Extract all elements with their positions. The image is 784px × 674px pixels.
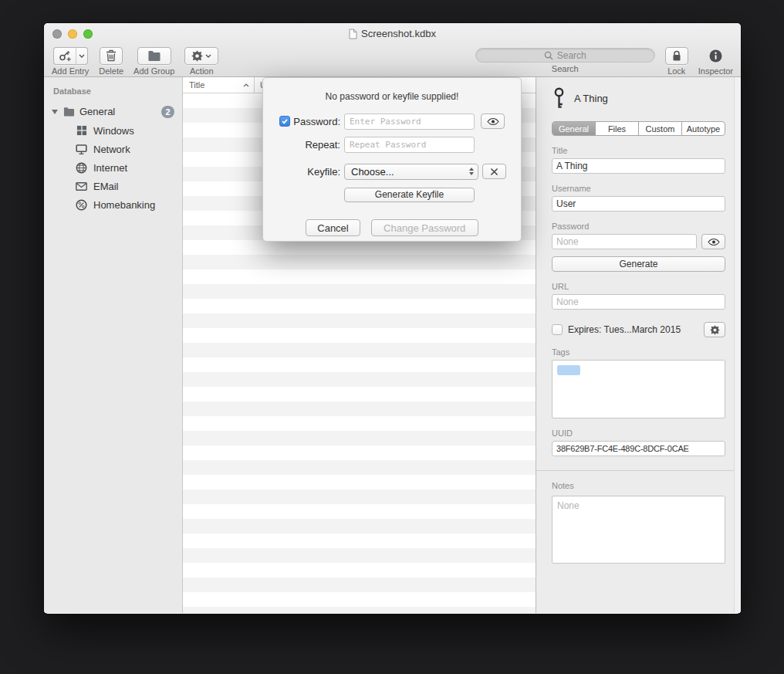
tab-files[interactable]: Files	[596, 122, 639, 135]
title-area: Screenshot.kdbx	[44, 23, 741, 44]
document-icon	[349, 29, 357, 39]
email-icon	[76, 181, 87, 192]
gear-icon	[710, 325, 720, 335]
sidebar-item-label: EMail	[93, 181, 119, 192]
password-checkbox[interactable]	[279, 116, 290, 127]
tab-custom[interactable]: Custom	[639, 122, 682, 135]
eye-icon	[487, 117, 499, 126]
add-group-button[interactable]	[137, 47, 171, 65]
add-entry-label: Add Entry	[52, 66, 89, 76]
tags-label: Tags	[552, 347, 725, 357]
password-field[interactable]	[552, 234, 697, 249]
tab-label: Custom	[646, 124, 675, 134]
inspector-label: Inspector	[698, 66, 733, 76]
desktop-background: Screenshot.kdbx	[0, 0, 784, 674]
sidebar-group-general[interactable]: General 2	[44, 102, 182, 121]
info-icon	[709, 49, 722, 63]
uuid-field[interactable]	[552, 441, 725, 456]
search-label: Search	[552, 64, 579, 73]
dialog-message: No password or keyfile supplied!	[263, 91, 521, 102]
network-icon	[76, 144, 87, 155]
sidebar: Database General 2 Windows	[44, 77, 183, 613]
tab-autotype[interactable]: Autotype	[682, 122, 725, 135]
inspector-panel: A Thing General Files Custom Autotype Ti…	[536, 77, 741, 613]
change-password-dialog: No password or keyfile supplied! Passwor…	[262, 77, 522, 242]
add-entry-button[interactable]	[53, 47, 76, 65]
tool-lock: Lock	[665, 46, 688, 76]
popup-stepper-icon	[469, 168, 475, 175]
search-placeholder: Search	[557, 50, 586, 61]
window-title: Screenshot.kdbx	[361, 28, 436, 39]
sidebar-item-email[interactable]: EMail	[44, 177, 182, 195]
disclosure-triangle-icon[interactable]	[52, 110, 58, 114]
inspector-button[interactable]	[704, 47, 727, 65]
clear-keyfile-button[interactable]	[482, 164, 506, 179]
cancel-button[interactable]: Cancel	[306, 219, 360, 236]
sidebar-item-windows[interactable]: Windows	[44, 121, 182, 140]
title-field[interactable]	[552, 158, 725, 174]
tool-inspector: Inspector	[698, 46, 733, 76]
tool-action: Action	[184, 46, 218, 76]
password-label-cell: Password:	[279, 116, 344, 127]
title-label: Title	[552, 146, 725, 155]
inspector-divider	[536, 470, 741, 471]
count-badge: 2	[161, 106, 174, 118]
add-entry-dropdown-button[interactable]	[76, 47, 88, 65]
notes-field[interactable]	[552, 496, 725, 564]
sidebar-item-network[interactable]: Network	[44, 140, 182, 158]
lock-label: Lock	[667, 66, 685, 76]
sidebar-section-header: Database	[53, 86, 182, 96]
gear-icon	[191, 50, 203, 62]
tool-delete: Delete	[99, 46, 123, 76]
keyfile-popup-value: Choose...	[351, 166, 469, 178]
search-input[interactable]: Search	[475, 48, 655, 63]
column-header-title[interactable]: Title	[183, 77, 255, 93]
uuid-label: UUID	[552, 428, 725, 438]
url-label: URL	[552, 282, 725, 291]
generate-password-button[interactable]: Generate	[552, 256, 725, 272]
tab-general[interactable]: General	[553, 122, 596, 135]
username-field[interactable]	[552, 196, 725, 212]
expires-label: Expires: Tues...March 2015	[568, 324, 698, 335]
lock-button[interactable]	[665, 47, 688, 65]
action-button[interactable]	[184, 47, 218, 65]
delete-label: Delete	[99, 66, 123, 76]
url-field[interactable]	[552, 294, 725, 310]
reveal-password-button[interactable]	[701, 234, 725, 249]
titlebar[interactable]: Screenshot.kdbx	[44, 23, 741, 44]
add-group-label: Add Group	[133, 66, 174, 76]
dialog-reveal-password-button[interactable]	[481, 113, 505, 129]
trash-icon	[106, 49, 117, 62]
sidebar-item-homebanking[interactable]: Homebanking	[44, 195, 182, 214]
tab-label: Autotype	[687, 124, 720, 134]
sort-ascending-icon	[243, 83, 249, 87]
sidebar-item-label: Windows	[93, 125, 134, 137]
key-icon	[553, 87, 565, 109]
chevron-down-icon	[205, 54, 211, 58]
windows-icon	[76, 125, 87, 137]
dialog-repeat-input[interactable]	[344, 137, 475, 153]
expires-checkbox[interactable]	[552, 324, 563, 335]
group-label: General	[79, 106, 115, 117]
window-chrome: Screenshot.kdbx	[44, 23, 741, 77]
inspector-scrollbar[interactable]	[734, 77, 741, 613]
password-label: Password	[552, 222, 725, 231]
tags-box[interactable]	[552, 360, 725, 418]
sidebar-item-internet[interactable]: Internet	[44, 158, 182, 177]
close-x-icon	[490, 168, 498, 176]
change-password-button[interactable]: Change Password	[371, 219, 478, 236]
delete-button[interactable]	[100, 47, 123, 65]
tab-label: General	[559, 124, 589, 134]
dialog-repeat-label: Repeat:	[279, 139, 344, 151]
notes-label: Notes	[552, 481, 725, 490]
tag-pill[interactable]	[557, 365, 580, 375]
expires-settings-button[interactable]	[704, 322, 725, 337]
folder-icon	[63, 106, 75, 117]
tool-search: Search Search	[475, 46, 655, 73]
internet-icon	[76, 162, 87, 174]
tab-label: Files	[608, 124, 626, 134]
generate-keyfile-button[interactable]: Generate Keyfile	[344, 188, 475, 202]
action-label: Action	[190, 66, 214, 76]
keyfile-popup[interactable]: Choose...	[344, 164, 478, 180]
dialog-password-input[interactable]	[344, 113, 475, 130]
